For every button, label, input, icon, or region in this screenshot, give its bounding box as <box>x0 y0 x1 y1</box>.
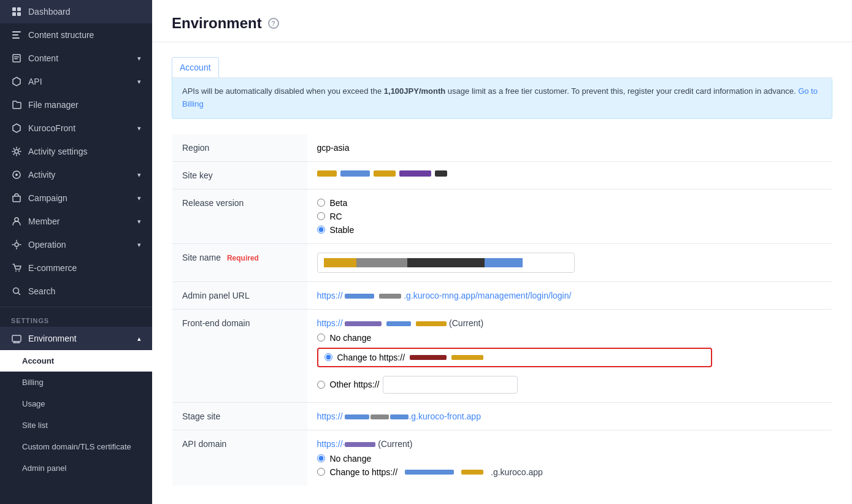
field-value-region: gcp-asia <box>307 134 722 161</box>
svg-rect-0 <box>12 7 16 11</box>
sidebar-item-search[interactable]: Search <box>0 280 152 303</box>
sidebar-item-label: Environment <box>28 334 77 343</box>
field-value-release-version: Beta RC Stable <box>307 189 722 243</box>
svg-point-11 <box>15 174 18 176</box>
sidebar-subitem-admin-panel[interactable]: Admin panel <box>0 457 152 479</box>
field-value-site-name[interactable] <box>307 243 722 281</box>
field-label-release-version: Release version <box>172 189 307 243</box>
svg-point-12 <box>15 218 18 221</box>
sidebar-item-activity[interactable]: Activity ▾ <box>0 163 152 186</box>
sidebar-subitem-account[interactable]: Account <box>0 350 152 372</box>
sidebar-item-label: API <box>28 77 42 86</box>
chevron-down-icon: ▾ <box>137 55 141 63</box>
ecommerce-icon <box>11 262 22 273</box>
field-value-admin-panel-url: https:// .g.kuroco-mng.app/management/lo… <box>307 281 722 309</box>
other-option-row: Other https:// <box>317 376 712 394</box>
field-label-api-domain: API domain <box>172 430 307 486</box>
radio-option-rc[interactable]: RC <box>317 212 712 221</box>
settings-section-label: SETTINGS <box>0 311 152 327</box>
sidebar-subitem-usage[interactable]: Usage <box>0 393 152 414</box>
kuroco-front-icon <box>11 123 22 134</box>
sidebar-item-label: File manager <box>28 100 79 110</box>
chevron-down-icon: ▾ <box>137 241 141 249</box>
info-banner: APIs will be automatically disabled when… <box>172 78 832 119</box>
field-value-frontend-domain: https:// (Current) No change Change to h… <box>307 309 722 402</box>
member-icon <box>11 216 22 227</box>
sidebar-item-dashboard[interactable]: Dashboard <box>0 0 152 23</box>
site-name-input[interactable] <box>317 253 575 273</box>
svg-point-15 <box>18 270 20 272</box>
radio-no-change[interactable] <box>317 334 325 342</box>
sidebar-subitem-custom-domain[interactable]: Custom domain/TLS certificate <box>0 436 152 457</box>
radio-option-beta[interactable]: Beta <box>317 198 712 208</box>
sidebar-subitem-label: Account <box>22 356 54 365</box>
field-label-frontend-domain: Front-end domain <box>172 309 307 402</box>
help-icon[interactable]: ? <box>268 18 279 29</box>
sidebar-subitem-billing[interactable]: Billing <box>0 372 152 393</box>
svg-rect-2 <box>12 12 16 16</box>
field-label-admin-panel-url: Admin panel URL <box>172 281 307 309</box>
radio-api-no-change[interactable]: No change <box>317 454 712 464</box>
sidebar-item-campaign[interactable]: Campaign ▾ <box>0 186 152 210</box>
sidebar-item-activity-settings[interactable]: Activity settings <box>0 140 152 163</box>
sidebar-item-ecommerce[interactable]: E-commerce <box>0 256 152 280</box>
chevron-down-icon: ▾ <box>137 218 141 226</box>
radio-api-no-change-input[interactable] <box>317 454 325 462</box>
radio-option-change-to[interactable]: Change to https:// <box>324 353 405 362</box>
info-banner-text: APIs will be automatically disabled when… <box>182 86 798 96</box>
sidebar-item-operation[interactable]: Operation ▾ <box>0 233 152 256</box>
svg-point-9 <box>15 150 18 153</box>
radio-label-other: Other https:// <box>330 380 380 389</box>
api-current-label: (Current) <box>378 439 412 449</box>
sidebar-item-label: Operation <box>28 240 66 250</box>
sidebar-item-content[interactable]: Content ▾ <box>0 47 152 70</box>
frontend-current-url[interactable]: https:// <box>317 318 447 328</box>
api-current-url[interactable]: https://· <box>317 439 376 449</box>
environment-icon <box>11 333 22 344</box>
radio-other[interactable] <box>317 381 325 389</box>
radio-option-other[interactable]: Other https:// <box>317 380 380 389</box>
sidebar-subitem-label: Billing <box>22 378 44 387</box>
sidebar-item-file-manager[interactable]: File manager <box>0 93 152 116</box>
page-header: Environment ? <box>152 0 852 42</box>
sidebar-item-api[interactable]: API ▾ <box>0 70 152 93</box>
stage-site-link[interactable]: https:// .g.kuroco-front.app <box>317 411 481 421</box>
radio-change-to[interactable] <box>324 353 332 361</box>
mask-block-3 <box>374 170 396 177</box>
chevron-down-icon: ▾ <box>137 171 141 179</box>
chevron-down-icon: ▾ <box>137 78 141 86</box>
mask-block-1 <box>317 170 337 177</box>
radio-stable[interactable] <box>317 226 325 234</box>
radio-beta[interactable] <box>317 199 325 207</box>
sidebar-item-label: E-commerce <box>28 263 77 273</box>
other-domain-input[interactable] <box>383 376 518 394</box>
field-label-site-name: Site name Required <box>172 243 307 281</box>
sidebar-subitem-site-list[interactable]: Site list <box>0 414 152 436</box>
sidebar-subitem-label: Custom domain/TLS certificate <box>22 442 131 451</box>
activity-settings-icon <box>11 146 22 157</box>
masked-key-container <box>317 170 712 177</box>
admin-panel-url-link[interactable]: https:// .g.kuroco-mng.app/management/lo… <box>317 291 572 300</box>
sidebar-item-kuroco-front[interactable]: KurocoFront ▾ <box>0 116 152 140</box>
sidebar: Dashboard Content structure Content ▾ AP… <box>0 0 152 504</box>
radio-api-change-to[interactable]: Change to https:// .g.kuroco.app <box>317 467 712 477</box>
mask-block-4 <box>399 170 431 177</box>
file-manager-icon <box>11 99 22 110</box>
sidebar-item-environment[interactable]: Environment ▴ <box>0 327 152 350</box>
chevron-up-icon: ▴ <box>137 335 141 343</box>
sidebar-item-label: Activity <box>28 170 55 180</box>
sidebar-item-content-structure[interactable]: Content structure <box>0 23 152 47</box>
radio-rc[interactable] <box>317 212 325 220</box>
radio-api-change-to-input[interactable] <box>317 468 325 476</box>
sidebar-item-label: Member <box>28 216 59 226</box>
svg-rect-5 <box>12 34 18 36</box>
radio-api-no-change-label: No change <box>330 454 372 464</box>
radio-option-stable[interactable]: Stable <box>317 225 712 235</box>
radio-option-no-change[interactable]: No change <box>317 333 712 343</box>
sidebar-item-member[interactable]: Member ▾ <box>0 210 152 233</box>
api-domain-radio-group: No change Change to https:// .g.kuroco.a… <box>317 454 712 477</box>
field-value-stage-site: https:// .g.kuroco-front.app <box>307 402 722 430</box>
release-version-radio-group: Beta RC Stable <box>317 198 712 235</box>
sidebar-item-label: Activity settings <box>28 147 87 156</box>
content-icon <box>11 53 22 64</box>
